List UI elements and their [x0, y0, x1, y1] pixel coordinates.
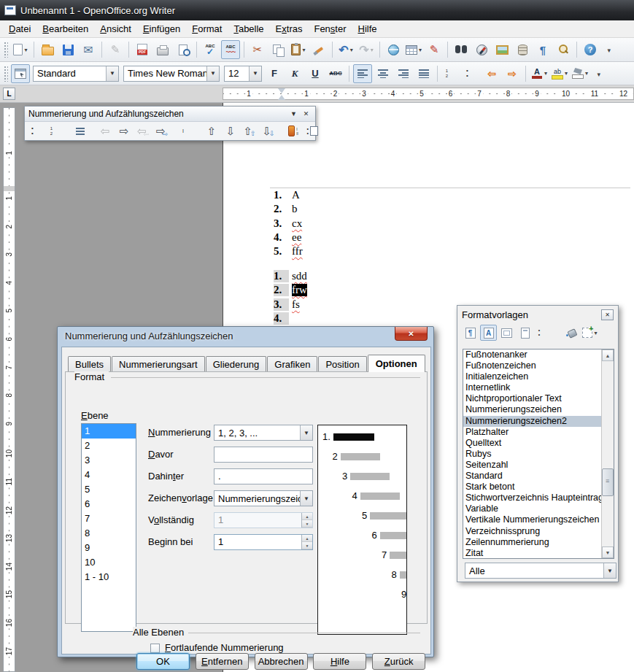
menu-bearbeiten[interactable]: Bearbeiten [36, 21, 94, 36]
chevron-down-icon[interactable]: ▾ [594, 330, 597, 336]
tab-optionen[interactable]: Optionen [368, 355, 425, 372]
more-buttons-button[interactable] [601, 40, 620, 59]
chevron-down-icon[interactable]: ▾ [585, 70, 588, 77]
increase-indent-button[interactable] [503, 64, 522, 83]
selected-word[interactable]: frw [292, 284, 307, 296]
menu-ansicht[interactable]: Ansicht [94, 21, 137, 36]
level-item[interactable]: 3 [82, 453, 136, 468]
demote-with-subpoints-button[interactable] [153, 123, 171, 139]
more-buttons-button[interactable] [591, 64, 610, 83]
floating-toolbar-titlebar[interactable]: Nummerierung und Aufzählungszeichen ▼ ✕ [25, 107, 315, 122]
chevron-down-icon[interactable]: ▼ [206, 66, 219, 81]
fill-format-mode-button[interactable] [563, 325, 580, 341]
restart-numbering-button[interactable] [285, 123, 302, 139]
align-right-button[interactable] [394, 64, 413, 83]
abbrechen-button[interactable]: Abbrechen [255, 653, 308, 670]
styles-panel-titlebar[interactable]: Formatvorlagen ✕ [457, 306, 618, 323]
page-preview-button[interactable] [174, 40, 193, 59]
spellcheck-button[interactable] [201, 40, 220, 59]
menu-fenster[interactable]: Fenster [308, 21, 352, 36]
styles-listbox[interactable]: FußnotenankerFußnotenzeichenInitialenzei… [463, 349, 614, 559]
numbered-list-button[interactable] [441, 64, 460, 83]
highlighting-button[interactable]: ▾ [550, 64, 569, 83]
level-item[interactable]: 1 - 10 [82, 570, 136, 584]
dahinter-input[interactable]: . [214, 468, 313, 484]
redo-button[interactable]: ▾ [357, 40, 376, 59]
zoom-button[interactable] [554, 40, 573, 59]
strikethrough-button[interactable] [326, 64, 345, 83]
list-item[interactable]: 1.A [274, 189, 434, 203]
scrollbar-thumb[interactable] [602, 468, 614, 496]
style-item[interactable]: Rubys [463, 449, 614, 460]
list-text[interactable]: ffr [292, 245, 303, 258]
level-item[interactable]: 4 [82, 468, 136, 482]
hilfe-button[interactable]: Hilfe [313, 653, 366, 670]
style-item[interactable]: Fußnotenanker [463, 349, 614, 360]
list-text[interactable]: cx [292, 217, 302, 230]
toolbar-grip[interactable] [4, 66, 8, 82]
open-button[interactable] [38, 40, 57, 59]
style-item[interactable]: Stichwortverzeichnis Haupteintrag [463, 493, 614, 503]
list-text[interactable]: A [292, 189, 300, 201]
export-pdf-button[interactable] [133, 40, 152, 59]
data-sources-button[interactable] [513, 40, 532, 59]
cut-button[interactable] [248, 40, 267, 59]
style-item[interactable]: Nichtproportionaler Text [463, 393, 614, 404]
consecutive-numbering-checkbox[interactable] [150, 644, 160, 653]
styles-window-button[interactable] [11, 64, 30, 83]
level-listbox[interactable]: 123456789101 - 10 [81, 423, 136, 632]
style-filter-combo[interactable]: Alle ▼ [465, 563, 616, 579]
insert-table-button[interactable]: ▾ [404, 40, 423, 59]
autospellcheck-button[interactable] [221, 40, 240, 59]
edit-file-button[interactable] [106, 40, 125, 59]
ok-button[interactable]: OK [136, 653, 190, 670]
chevron-down-icon[interactable]: ▼ [106, 66, 118, 81]
nummerierung-combo[interactable]: 1, 2, 3, ...▼ [214, 425, 313, 441]
bold-button[interactable] [265, 64, 284, 83]
save-button[interactable] [58, 40, 77, 59]
level-item[interactable]: 1 [82, 424, 136, 439]
promote-with-subpoints-button[interactable] [134, 123, 152, 139]
tabstop-type-button[interactable]: L [3, 88, 15, 100]
style-item[interactable]: Initialenzeichen [463, 371, 614, 382]
level-item[interactable]: 10 [82, 555, 136, 570]
list-text[interactable]: sdd [292, 270, 307, 282]
list-item[interactable]: 5.ffr [274, 245, 434, 259]
level-item[interactable]: 6 [82, 497, 136, 511]
demote-level-button[interactable] [115, 123, 133, 139]
vollständig-spinner[interactable]: 1▲▼ [214, 512, 313, 528]
email-button[interactable] [79, 40, 98, 59]
menu-extras[interactable]: Extras [270, 21, 309, 36]
print-button[interactable] [153, 40, 172, 59]
style-item[interactable]: Seitenzahl [463, 460, 614, 471]
frame-styles-button[interactable] [498, 325, 515, 341]
page-styles-button[interactable] [517, 325, 533, 341]
zeichenvorlage-combo[interactable]: Nummerierungszeichen2▼ [214, 490, 313, 506]
scroll-down-icon[interactable]: ▼ [602, 547, 614, 558]
menu-tabelle[interactable]: Tabelle [228, 21, 269, 36]
level-item[interactable]: 2 [82, 439, 136, 453]
nonprinting-characters-button[interactable] [533, 40, 552, 59]
chevron-down-icon[interactable]: ▼ [603, 563, 616, 578]
gallery-button[interactable] [492, 40, 511, 59]
move-down-button[interactable] [222, 123, 239, 139]
chevron-down-icon[interactable]: ▾ [419, 47, 422, 53]
level-item[interactable]: 9 [82, 541, 136, 555]
move-up-with-subpoints-button[interactable] [241, 123, 258, 139]
style-item[interactable]: Quelltext [463, 438, 614, 449]
list-item[interactable]: 2.frw [274, 284, 434, 298]
style-item[interactable]: Variable [463, 503, 614, 514]
list-text[interactable]: b [292, 203, 298, 215]
chevron-down-icon[interactable]: ▾ [24, 47, 27, 53]
menu-datei[interactable]: Datei [3, 21, 36, 36]
style-item[interactable]: Standard [463, 471, 614, 482]
spin-down-icon[interactable]: ▼ [302, 542, 312, 549]
toolbar-grip[interactable] [4, 42, 8, 58]
copy-button[interactable] [268, 40, 287, 59]
list-text[interactable]: fs [292, 298, 300, 311]
bullet-list-button[interactable] [462, 64, 481, 83]
move-down-with-subpoints-button[interactable] [260, 123, 277, 139]
chevron-down-icon[interactable]: ▾ [371, 47, 374, 53]
style-item[interactable]: Zitat [463, 548, 614, 559]
draw-functions-button[interactable] [425, 40, 444, 59]
